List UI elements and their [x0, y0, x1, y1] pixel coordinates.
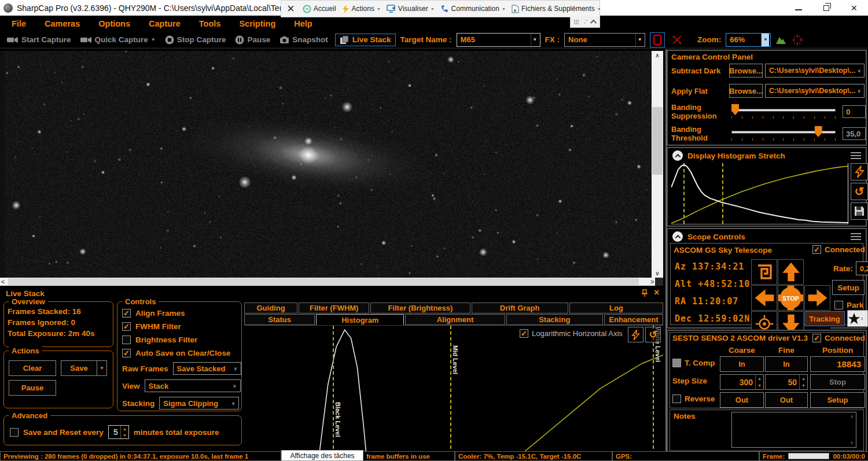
- tab-histogram[interactable]: Histogram: [316, 314, 404, 326]
- collapse-button[interactable]: [672, 231, 683, 242]
- slew-stop-button[interactable]: STOP: [778, 285, 804, 311]
- collapse-button[interactable]: [672, 150, 683, 161]
- slider-thumb[interactable]: [731, 104, 739, 115]
- reticle-icon[interactable]: [792, 34, 803, 46]
- coarse-in-button[interactable]: In: [720, 356, 764, 372]
- slew-right-button[interactable]: [804, 285, 830, 311]
- scroll-left-icon[interactable]: <: [0, 278, 6, 286]
- save-dropdown-arrow[interactable]: ▼: [97, 360, 107, 376]
- tab-guiding[interactable]: Guiding: [244, 303, 297, 314]
- horizontal-scroll-thumb[interactable]: [8, 278, 639, 285]
- scope-connected-checkbox[interactable]: [812, 245, 821, 254]
- fwhm-filter-checkbox[interactable]: [122, 322, 131, 331]
- menu-help[interactable]: Help: [294, 19, 312, 28]
- pin-icon[interactable]: [641, 289, 648, 297]
- subtract-dark-browse-button[interactable]: Browse...: [729, 64, 763, 78]
- office-item-accueil[interactable]: Accueil: [303, 5, 336, 13]
- brightness-filter-checkbox[interactable]: [122, 335, 131, 344]
- menu-icon[interactable]: [851, 150, 861, 161]
- auto-stretch-stack-button[interactable]: [628, 327, 643, 342]
- focuser-setup-button[interactable]: Setup: [810, 392, 865, 408]
- rate-combo[interactable]: 0,25 ∨: [856, 261, 868, 275]
- office-item-fichiers[interactable]: Fichiers & Suppléments▼: [512, 5, 601, 13]
- fx-combo[interactable]: None ▼: [564, 33, 645, 47]
- slew-left-button[interactable]: [751, 285, 777, 311]
- t-comp-checkbox[interactable]: [672, 359, 681, 367]
- stacking-combo[interactable]: Sigma Clipping ∨: [159, 397, 239, 410]
- minutes-spinner[interactable]: 5 ▲▼: [108, 425, 129, 439]
- subtract-dark-path-combo[interactable]: C:\Users\sylvi\Desktop\... ∨: [765, 64, 865, 78]
- reset-stack-stretch-button[interactable]: ↺: [645, 327, 661, 342]
- fine-step-spinner[interactable]: 50 ▲▼: [765, 374, 808, 390]
- clear-selection-button[interactable]: [670, 32, 685, 47]
- banding-suppression-value[interactable]: 0: [843, 105, 866, 118]
- clear-button[interactable]: Clear: [9, 360, 56, 376]
- menu-options[interactable]: Options: [98, 19, 130, 28]
- notes-scroll-up-icon[interactable]: ∧: [848, 412, 856, 421]
- auto-stretch-icon[interactable]: [775, 35, 787, 45]
- tab-filter-brightness[interactable]: Filter (Brightness): [370, 303, 470, 314]
- pause-button[interactable]: Pause: [233, 34, 273, 46]
- mid-level-line[interactable]: [450, 326, 451, 449]
- office-item-visualiser[interactable]: Visualiser▼: [387, 5, 435, 13]
- live-stack-button[interactable]: Live Stack: [335, 34, 396, 46]
- tab-enhancement[interactable]: Enhancement: [604, 314, 663, 325]
- apply-flat-browse-button[interactable]: Browse...: [729, 84, 763, 98]
- quick-capture-button[interactable]: Quick Capture ▼: [78, 34, 158, 45]
- raw-frames-combo[interactable]: Save Stacked ∨: [173, 362, 241, 375]
- focuser-stop-button[interactable]: Stop: [810, 374, 865, 390]
- auto-stretch-button[interactable]: [851, 163, 868, 180]
- snapshot-button[interactable]: Snapshot: [277, 34, 330, 45]
- view-combo[interactable]: Stack ∨: [145, 379, 241, 392]
- slider-thumb[interactable]: [815, 126, 822, 137]
- scroll-right-icon[interactable]: >: [649, 278, 655, 286]
- menu-file[interactable]: File: [12, 19, 26, 28]
- selection-area-button[interactable]: [650, 32, 665, 47]
- park-checkbox[interactable]: [834, 301, 843, 309]
- scope-setup-button[interactable]: Setup: [832, 280, 865, 295]
- fine-in-button[interactable]: In: [765, 356, 808, 372]
- focuser-connected-checkbox[interactable]: [812, 334, 821, 342]
- save-split-button[interactable]: Save ▼: [61, 360, 107, 376]
- zoom-combo[interactable]: 66% ▼: [726, 33, 771, 47]
- star-goto-button[interactable]: ∨: [847, 310, 868, 327]
- office-item-actions[interactable]: Actions▼: [342, 5, 381, 13]
- log-axis-checkbox[interactable]: [520, 329, 528, 338]
- auto-save-checkbox[interactable]: [122, 349, 131, 357]
- save-reset-checkbox[interactable]: [10, 428, 19, 437]
- banding-suppression-slider[interactable]: [731, 104, 836, 119]
- tab-stacking[interactable]: Stacking: [506, 314, 603, 325]
- save-stretch-button[interactable]: [851, 202, 868, 220]
- banding-threshold-value[interactable]: 35,0: [843, 127, 866, 140]
- close-panel-icon[interactable]: ×: [654, 287, 659, 298]
- scroll-up-icon[interactable]: ∧: [654, 51, 660, 60]
- notes-scroll-down-icon[interactable]: ∨: [848, 438, 856, 447]
- minimize-icon[interactable]: [795, 6, 802, 10]
- menu-cameras[interactable]: Cameras: [45, 19, 80, 28]
- vertical-scroll-thumb[interactable]: [652, 107, 663, 175]
- restore-icon[interactable]: [823, 5, 829, 11]
- stop-capture-button[interactable]: Stop Capture: [163, 34, 229, 46]
- reverse-checkbox[interactable]: [672, 394, 681, 403]
- ribbon-collapse-stub[interactable]: ⌞⌝: [570, 16, 600, 28]
- spiral-search-button[interactable]: [751, 259, 777, 285]
- stretch-histogram-graph[interactable]: [671, 163, 848, 224]
- reset-stretch-button[interactable]: ↺: [851, 183, 868, 200]
- start-capture-button[interactable]: Start Capture: [5, 34, 73, 45]
- tab-alignment[interactable]: Alignment: [405, 314, 505, 325]
- fine-out-button[interactable]: Out: [765, 392, 808, 408]
- stack-histogram-plot[interactable]: Black Level Mid Level White Level Logari…: [244, 325, 663, 449]
- office-item-communication[interactable]: Communication▼: [440, 5, 506, 13]
- banding-threshold-slider[interactable]: [731, 126, 836, 141]
- target-name-combo[interactable]: M65 ▼: [457, 33, 540, 47]
- notes-textarea[interactable]: [731, 412, 856, 448]
- coarse-out-button[interactable]: Out: [720, 392, 764, 408]
- slew-up-button[interactable]: [778, 259, 804, 285]
- align-frames-checkbox[interactable]: [122, 309, 131, 318]
- menu-scripting[interactable]: Scripting: [239, 19, 275, 28]
- menu-capture[interactable]: Capture: [149, 19, 181, 28]
- tab-status[interactable]: Status: [244, 314, 315, 325]
- menu-tools[interactable]: Tools: [199, 19, 221, 28]
- coarse-step-spinner[interactable]: 300 ▲▼: [720, 374, 764, 390]
- apply-flat-path-combo[interactable]: C:\Users\sylvi\Desktop\... ∨: [765, 84, 865, 98]
